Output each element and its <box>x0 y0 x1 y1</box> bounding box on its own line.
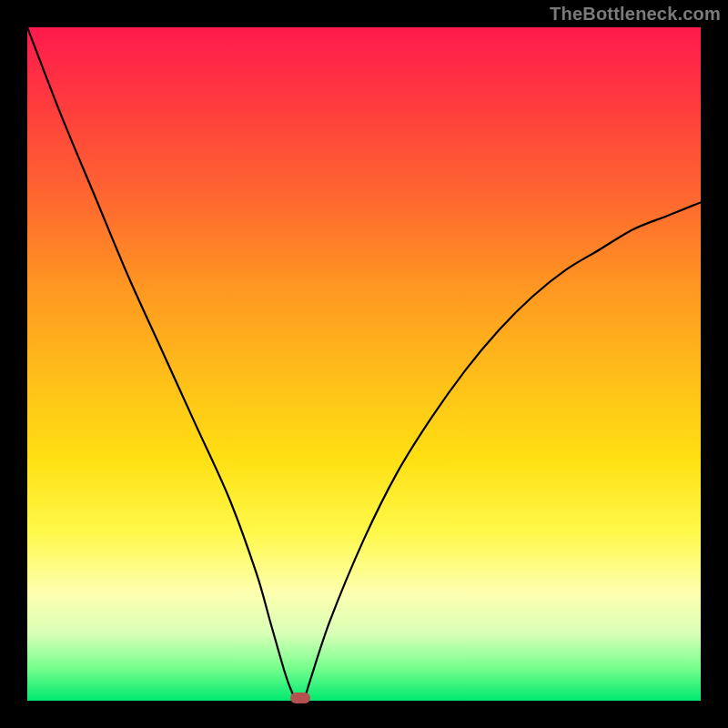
watermark-text: TheBottleneck.com <box>550 4 721 25</box>
bottleneck-curve <box>27 27 701 701</box>
optimal-marker <box>290 693 310 703</box>
plot-area <box>27 27 701 701</box>
chart-frame: TheBottleneck.com <box>0 0 728 728</box>
